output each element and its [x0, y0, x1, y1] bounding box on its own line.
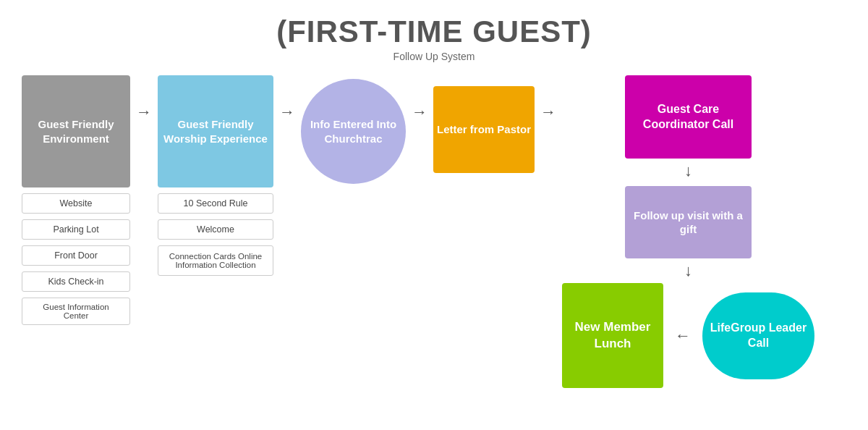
bottom-row: New Member Lunch ← LifeGroup Leader Call	[562, 283, 814, 388]
sub-website: Website	[22, 193, 130, 214]
col-right: Guest Care Coordinator Call ↓ Follow up …	[562, 75, 814, 388]
arrow4: →	[535, 75, 562, 120]
arrow-down-2: ↓	[684, 261, 692, 280]
sub-welcome: Welcome	[158, 219, 273, 240]
col-guest-env: Guest Friendly Environment Website Parki…	[22, 75, 130, 325]
sub-parking: Parking Lot	[22, 219, 130, 240]
box-lifegroup: LifeGroup Leader Call	[702, 292, 814, 379]
arrow-right-4: →	[540, 104, 556, 120]
arrow3: →	[406, 75, 433, 120]
header: (FIRST-TIME GUEST) Follow Up System	[22, 14, 846, 62]
page-container: (FIRST-TIME GUEST) Follow Up System Gues…	[0, 0, 868, 430]
arrow-right-3: →	[412, 104, 427, 120]
box-coordinator: Guest Care Coordinator Call	[625, 75, 752, 159]
box-followup: Follow up visit with a gift	[625, 186, 752, 258]
col-worship: Guest Friendly Worship Experience 10 Sec…	[158, 75, 273, 276]
page-title: (FIRST-TIME GUEST)	[22, 14, 846, 49]
flow-main: Guest Friendly Environment Website Parki…	[22, 75, 846, 388]
arrow-left-1: ←	[675, 328, 691, 344]
col-letter: Letter from Pastor	[433, 75, 535, 173]
arrow-right-1: →	[136, 104, 152, 120]
box-guest-env: Guest Friendly Environment	[22, 75, 130, 187]
page-subtitle: Follow Up System	[22, 51, 846, 62]
sub-front-door: Front Door	[22, 245, 130, 266]
arrow-right-2: →	[279, 104, 295, 120]
sub-10sec: 10 Second Rule	[158, 193, 273, 214]
box-new-member: New Member Lunch	[562, 283, 663, 388]
box-worship: Guest Friendly Worship Experience	[158, 75, 273, 187]
col-churchtrac: Info Entered Into Churchtrac	[301, 75, 406, 184]
sub-kids: Kids Check-in	[22, 271, 130, 292]
sub-info-center: Guest Information Center	[22, 298, 130, 325]
arrow1: →	[130, 75, 158, 120]
box-churchtrac: Info Entered Into Churchtrac	[301, 79, 406, 184]
box-letter: Letter from Pastor	[433, 86, 535, 173]
arrow-down-1: ↓	[684, 161, 692, 180]
arrow2: →	[273, 75, 301, 120]
sub-connection-cards: Connection Cards Online Information Coll…	[158, 245, 273, 276]
new-member-section: New Member Lunch ← LifeGroup Leader Call	[562, 283, 814, 388]
